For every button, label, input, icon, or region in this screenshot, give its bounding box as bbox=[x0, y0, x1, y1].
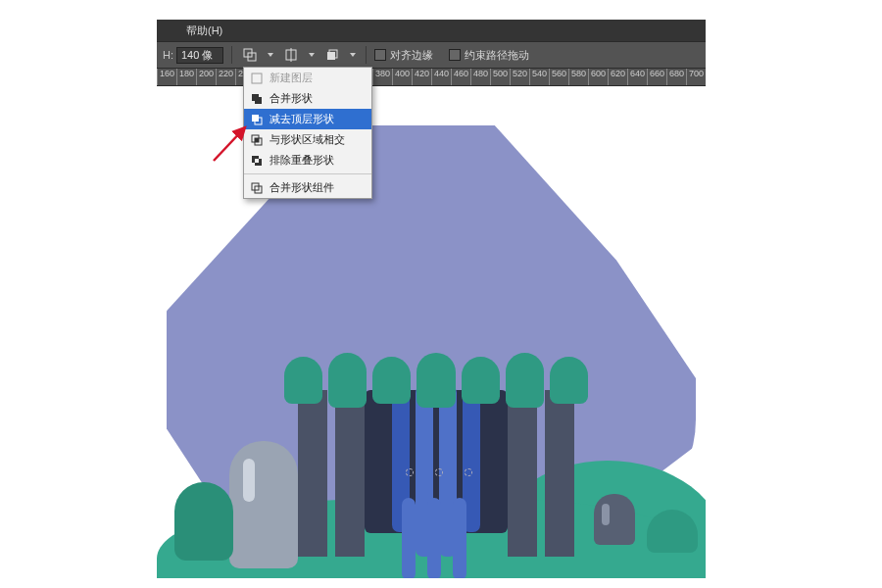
ruler-tick: 600 bbox=[588, 69, 606, 86]
svg-rect-4 bbox=[327, 52, 335, 60]
combine-shapes-icon bbox=[250, 92, 264, 106]
svg-rect-13 bbox=[255, 138, 259, 142]
menu-item-exclude[interactable]: 排除重叠形状 bbox=[244, 150, 371, 171]
document-canvas[interactable] bbox=[157, 86, 706, 578]
artwork-streams bbox=[402, 498, 466, 578]
checkbox-icon bbox=[374, 49, 386, 61]
path-operations-icon[interactable] bbox=[240, 45, 260, 65]
ruler-tick: 640 bbox=[627, 69, 645, 86]
height-label: H: bbox=[163, 49, 173, 61]
ruler-tick: 680 bbox=[666, 69, 684, 86]
menu-item-new-layer: 新建图层 bbox=[244, 68, 371, 88]
menu-item-label: 合并形状 bbox=[270, 91, 313, 106]
ruler-tick: 400 bbox=[392, 69, 410, 86]
artwork-stone-left bbox=[229, 441, 298, 568]
menu-item-label: 排除重叠形状 bbox=[270, 153, 334, 168]
menu-bar: 帮助(H) bbox=[157, 20, 706, 41]
exclude-overlap-icon bbox=[250, 154, 264, 168]
ruler-tick: 460 bbox=[451, 69, 468, 86]
checkbox-icon bbox=[449, 49, 461, 61]
path-arrangement-dropdown-caret[interactable] bbox=[348, 45, 358, 65]
menu-item-combine[interactable]: 合并形状 bbox=[244, 88, 371, 109]
path-alignment-dropdown-caret[interactable] bbox=[307, 45, 317, 65]
artwork-anchor-dots bbox=[406, 468, 472, 476]
artwork-pillar bbox=[335, 390, 365, 557]
ruler-tick: 160 bbox=[157, 69, 174, 86]
height-input[interactable] bbox=[176, 47, 223, 64]
ruler-tick: 560 bbox=[549, 69, 566, 86]
ruler-tick: 180 bbox=[176, 69, 194, 86]
ruler-tick: 700 bbox=[686, 69, 704, 86]
subtract-front-icon bbox=[250, 113, 264, 126]
ruler-tick: 480 bbox=[470, 69, 488, 86]
intersect-icon bbox=[250, 133, 264, 147]
ruler-tick: 420 bbox=[412, 69, 429, 86]
separator bbox=[366, 46, 367, 64]
menu-item-label: 合并形状组件 bbox=[270, 180, 334, 195]
menu-item-label: 减去顶层形状 bbox=[270, 112, 334, 126]
ruler-tick: 580 bbox=[568, 69, 586, 86]
new-layer-icon bbox=[250, 72, 264, 85]
separator bbox=[231, 46, 232, 64]
ruler-tick: 200 bbox=[196, 69, 214, 86]
artwork-foliage bbox=[284, 353, 588, 412]
svg-rect-6 bbox=[252, 74, 262, 83]
ruler-tick: 500 bbox=[490, 69, 508, 86]
menu-separator bbox=[244, 173, 371, 174]
ruler-tick: 520 bbox=[510, 69, 527, 86]
path-arrangement-icon[interactable] bbox=[322, 45, 342, 65]
artwork-stone-right bbox=[594, 494, 635, 545]
ruler-tick: 660 bbox=[647, 69, 664, 86]
svg-rect-16 bbox=[255, 159, 259, 163]
menu-item-subtract[interactable]: 减去顶层形状 bbox=[244, 109, 371, 129]
menu-item-merge-components[interactable]: 合并形状组件 bbox=[244, 177, 371, 198]
ruler-tick: 620 bbox=[608, 69, 625, 86]
menu-item-label: 与形状区域相交 bbox=[270, 132, 345, 147]
artwork-pillar bbox=[545, 390, 574, 557]
align-edges-option[interactable]: 对齐边缘 bbox=[374, 48, 433, 63]
align-edges-label: 对齐边缘 bbox=[390, 48, 433, 63]
menu-help[interactable]: 帮助(H) bbox=[186, 24, 222, 36]
app-window: 帮助(H) H: 对齐边缘 约束路径拖动 1601802002 bbox=[157, 20, 706, 578]
artwork-pillar bbox=[508, 390, 537, 557]
height-field-group: H: bbox=[163, 47, 223, 64]
options-bar: H: 对齐边缘 约束路径拖动 bbox=[157, 41, 706, 69]
artwork-bush-left bbox=[174, 482, 233, 561]
ruler-tick: 380 bbox=[372, 69, 390, 86]
path-operations-menu: 新建图层 合并形状 减去顶层形状 与形状区域相交 排除重叠形状 合并形状组件 bbox=[243, 67, 372, 199]
merge-components-icon bbox=[250, 181, 264, 195]
constrain-path-option[interactable]: 约束路径拖动 bbox=[449, 48, 529, 63]
artwork-bush-right bbox=[647, 510, 698, 553]
path-alignment-icon[interactable] bbox=[281, 45, 301, 65]
ruler-tick: 440 bbox=[431, 69, 449, 86]
horizontal-ruler: 1601802002202402602803003203403603804004… bbox=[157, 69, 706, 86]
artwork-pillar bbox=[298, 390, 327, 557]
menu-item-label: 新建图层 bbox=[270, 71, 313, 85]
constrain-path-label: 约束路径拖动 bbox=[465, 48, 529, 63]
ruler-tick: 540 bbox=[529, 69, 547, 86]
path-ops-dropdown-caret[interactable] bbox=[266, 45, 275, 65]
ruler-tick: 220 bbox=[216, 69, 233, 86]
svg-rect-8 bbox=[255, 97, 262, 104]
menu-item-intersect[interactable]: 与形状区域相交 bbox=[244, 129, 371, 150]
